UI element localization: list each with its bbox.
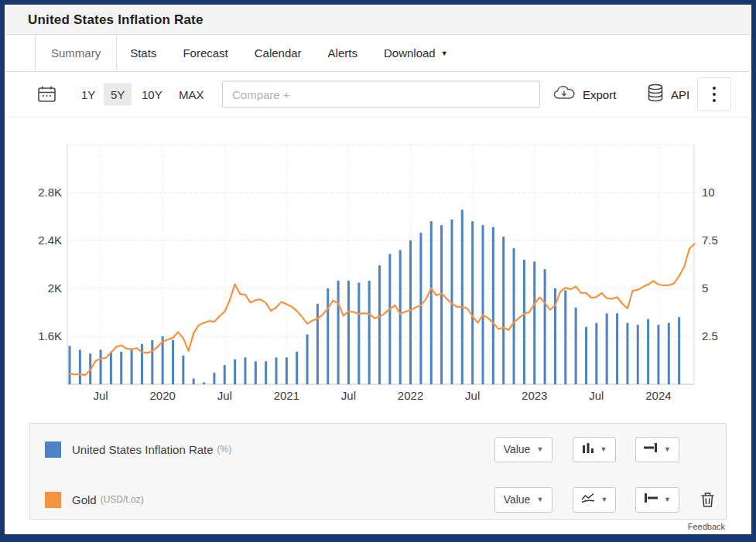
inflation-axis-side-button[interactable]: ▼ — [635, 437, 679, 462]
svg-text:1.6K: 1.6K — [38, 329, 62, 343]
range-1y-button[interactable]: 1Y — [74, 84, 102, 106]
chart-area: 2.557.5101.6K2K2.4K2.8KJul2020Jul2021Jul… — [6, 118, 750, 421]
svg-text:7.5: 7.5 — [702, 234, 718, 247]
svg-text:Jul: Jul — [465, 389, 480, 402]
svg-text:2.4K: 2.4K — [38, 234, 62, 247]
legend-row-gold: Gold (USD/t.oz) Value▼ ▼ ▼ — [30, 486, 726, 513]
right-axis-icon — [644, 442, 658, 456]
gold-series-label: Gold — [72, 493, 97, 506]
chevron-down-icon: ▼ — [536, 496, 543, 503]
chevron-down-icon: ▼ — [536, 445, 543, 453]
line-chart-icon — [581, 492, 595, 507]
compare-input[interactable] — [222, 81, 540, 108]
chart-toolbar: 1Y 5Y 10Y MAX Export API — [6, 72, 750, 118]
tab-bar: Summary Stats Forecast Calendar Alerts D… — [6, 35, 750, 72]
trash-icon[interactable] — [697, 489, 717, 510]
database-icon — [647, 84, 664, 105]
inflation-series-unit: (%) — [217, 444, 232, 455]
feedback-link[interactable]: Feedback — [688, 522, 725, 531]
svg-text:2.5: 2.5 — [702, 329, 718, 343]
svg-text:Jul: Jul — [341, 389, 356, 402]
chevron-down-icon: ▼ — [664, 496, 671, 503]
range-5y-button[interactable]: 5Y — [104, 84, 132, 106]
svg-text:2023: 2023 — [522, 389, 547, 402]
svg-text:2024: 2024 — [645, 389, 671, 402]
kebab-menu-icon[interactable] — [697, 77, 731, 111]
gold-chart-type-button[interactable]: ▼ — [573, 487, 616, 513]
gold-series-swatch[interactable] — [45, 492, 61, 508]
range-max-button[interactable]: MAX — [172, 84, 211, 106]
app-window: United States Inflation Rate Summary Sta… — [5, 5, 751, 534]
tab-stats[interactable]: Stats — [117, 35, 169, 71]
left-axis-icon — [644, 493, 658, 506]
tab-alerts[interactable]: Alerts — [315, 35, 371, 71]
range-10y-button[interactable]: 10Y — [135, 84, 169, 106]
bar-chart-icon — [582, 441, 594, 457]
svg-text:2020: 2020 — [149, 389, 175, 402]
api-label: API — [671, 88, 689, 101]
svg-text:Jul: Jul — [217, 389, 232, 402]
gold-series-unit: (USD/t.oz) — [101, 494, 144, 505]
calendar-icon[interactable] — [37, 85, 56, 104]
tab-summary[interactable]: Summary — [35, 35, 117, 71]
chevron-down-icon: ▼ — [601, 496, 608, 503]
inflation-chart-type-button[interactable]: ▼ — [573, 437, 616, 462]
export-label: Export — [583, 88, 616, 101]
cloud-download-icon — [553, 85, 576, 104]
inflation-series-label: United States Inflation Rate — [72, 443, 214, 456]
chevron-down-icon: ▼ — [600, 445, 607, 453]
legend-row-inflation: United States Inflation Rate (%) Value▼ … — [30, 436, 726, 462]
page-title: United States Inflation Rate — [28, 12, 204, 28]
tab-forecast[interactable]: Forecast — [169, 35, 241, 71]
legend-panel: United States Inflation Rate (%) Value▼ … — [29, 423, 727, 520]
svg-text:2.8K: 2.8K — [38, 186, 62, 199]
svg-text:2022: 2022 — [398, 389, 423, 402]
svg-text:10: 10 — [702, 186, 715, 199]
inflation-value-dropdown[interactable]: Value▼ — [494, 437, 552, 462]
tab-download[interactable]: Download▼ — [371, 35, 461, 71]
svg-text:2K: 2K — [48, 281, 62, 295]
footer: Feedback — [6, 520, 750, 533]
svg-text:2021: 2021 — [274, 389, 299, 402]
export-button[interactable]: Export — [553, 85, 616, 104]
chevron-down-icon: ▼ — [441, 49, 448, 57]
gold-axis-side-button[interactable]: ▼ — [635, 487, 679, 513]
svg-text:5: 5 — [702, 281, 708, 295]
tab-calendar[interactable]: Calendar — [241, 35, 315, 71]
chevron-down-icon: ▼ — [664, 445, 671, 453]
api-button[interactable]: API — [647, 84, 689, 105]
svg-text:Jul: Jul — [93, 389, 108, 402]
gold-value-dropdown[interactable]: Value▼ — [494, 487, 552, 513]
title-bar: United States Inflation Rate — [6, 6, 750, 35]
inflation-series-swatch[interactable] — [45, 441, 61, 458]
svg-text:Jul: Jul — [589, 389, 604, 402]
price-chart[interactable]: 2.557.5101.6K2K2.4K2.8KJul2020Jul2021Jul… — [6, 118, 751, 421]
